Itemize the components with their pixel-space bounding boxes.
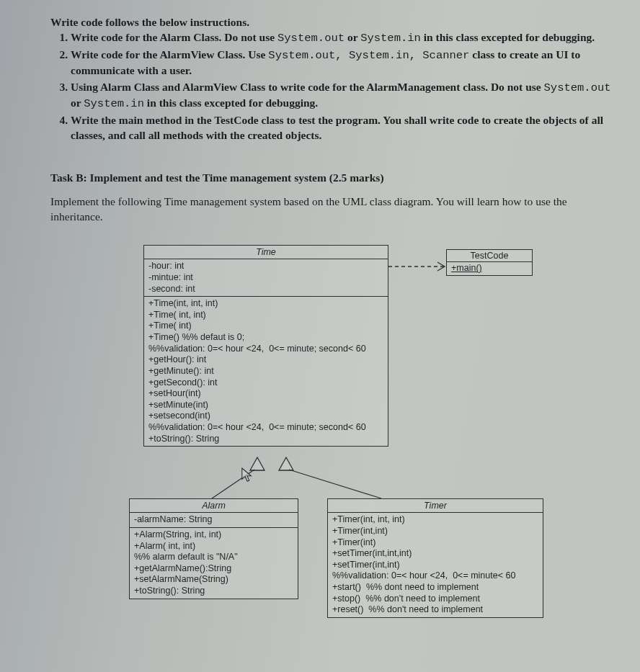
instruction-item-3: Using Alarm Class and AlarmView Class to…	[71, 80, 611, 112]
uml-op: +getHour(): int	[148, 354, 383, 366]
uml-op: +toString(): String	[148, 434, 383, 445]
uml-op: +Time() %% defaut is 0;	[148, 332, 383, 344]
uml-operations: +Timer(int, int, int) +Timer(int,int) +T…	[328, 513, 543, 617]
uml-class-time: Time -hour: int -mintue: int -second: in…	[143, 245, 388, 447]
uml-op: +Alarm(String, int, int)	[134, 529, 293, 541]
uml-op: +getAlarmName():String	[134, 563, 293, 575]
uml-op: +Time( int)	[148, 321, 383, 332]
svg-line-3	[212, 470, 254, 498]
uml-op: +getSecond(): int	[148, 377, 383, 389]
text: in this class excepted for debugging.	[144, 97, 318, 109]
uml-class-alarm: Alarm -alarmName: String +Alarm(String, …	[129, 498, 298, 599]
uml-op: %%validation: 0=< hour <24, 0<= minute; …	[148, 422, 383, 434]
uml-op: +setTimer(int,int)	[332, 560, 538, 571]
instruction-list: Write code for the Alarm Class. Do not u…	[71, 30, 611, 143]
uml-op: +setTimer(int,int,int)	[332, 548, 538, 560]
code: System.out	[277, 32, 345, 45]
uml-title: TestCode	[447, 250, 532, 262]
uml-op: +reset() %% don't need to implement	[332, 604, 538, 616]
svg-line-4	[289, 470, 381, 498]
uml-operations: +Time(int, int, int) +Time( int, int) +T…	[144, 297, 388, 446]
uml-op: +setsecond(int)	[148, 411, 383, 422]
uml-attr: -hour: int	[148, 261, 383, 272]
uml-title: Time	[144, 246, 388, 259]
instruction-item-4: Write the main method in the TestCode cl…	[71, 113, 611, 143]
intro-line: Write code follows the below instruction…	[50, 16, 611, 29]
uml-op: +start() %% dont need to implement	[332, 582, 538, 593]
uml-attr: -alarmName: String	[134, 514, 293, 526]
text: Using Alarm Class and AlarmView Class to…	[71, 81, 544, 93]
uml-title: Timer	[328, 499, 543, 513]
text: or	[71, 97, 84, 109]
uml-op: +Alarm( int, int)	[134, 541, 293, 552]
uml-op: +Timer(int)	[332, 537, 538, 549]
uml-attributes: -alarmName: String	[130, 513, 298, 528]
uml-op: +getMinute(): int	[148, 366, 383, 377]
instruction-item-2: Write code for the AlarmView Class. Use …	[71, 48, 611, 79]
uml-op: +Timer(int, int, int)	[332, 514, 538, 526]
uml-op: +Timer(int,int)	[332, 526, 538, 537]
uml-op: +main()	[451, 263, 482, 273]
uml-op: +setMinute(int)	[148, 400, 383, 411]
uml-op: +Time( int, int)	[148, 310, 383, 321]
uml-operations: +Alarm(String, int, int) +Alarm( int, in…	[130, 528, 298, 599]
document-page: Write code follows the below instruction…	[0, 0, 640, 648]
code: System.out	[544, 81, 611, 94]
uml-attr: -mintue: int	[148, 272, 383, 284]
text: or	[345, 31, 360, 43]
uml-op: +toString(): String	[134, 586, 293, 597]
code: System.out, System.in, Scanner	[268, 49, 469, 62]
uml-title: Alarm	[130, 499, 298, 513]
task-b-heading: Task B: Implement and test the Time mana…	[50, 171, 611, 184]
mouse-cursor-icon	[241, 467, 254, 483]
uml-attr: -second: int	[148, 284, 383, 295]
uml-class-testcode: TestCode +main()	[446, 249, 533, 276]
instruction-item-1: Write code for the Alarm Class. Do not u…	[71, 30, 611, 46]
uml-op: +setHour(int)	[148, 388, 383, 400]
task-b-description: Implement the following Time management …	[50, 194, 611, 225]
uml-op: %% alarm default is "N/A"	[134, 552, 293, 563]
uml-op: %%validation: 0=< hour <24, 0<= minute< …	[332, 570, 538, 582]
uml-op: +Time(int, int, int)	[148, 298, 383, 310]
svg-marker-2	[279, 457, 293, 470]
uml-operations: +main()	[447, 262, 532, 275]
svg-marker-1	[250, 457, 265, 470]
uml-op: +setAlarmName(String)	[134, 574, 293, 586]
uml-op: +stop() %% don't need to implement	[332, 593, 538, 605]
uml-op: %%validation: 0=< hour <24, 0<= minute; …	[148, 344, 383, 355]
code: System.in	[84, 97, 144, 110]
code: System.in	[360, 32, 421, 45]
uml-attributes: -hour: int -mintue: int -second: int	[144, 259, 388, 297]
text: Write code for the Alarm Class. Do not u…	[71, 31, 277, 43]
uml-class-timer: Timer +Timer(int, int, int) +Timer(int,i…	[327, 498, 543, 618]
text: Write code for the AlarmView Class. Use	[71, 48, 268, 61]
text: in this class excepted for debugging.	[421, 31, 595, 43]
uml-diagram: Time -hour: int -mintue: int -second: in…	[100, 245, 561, 634]
